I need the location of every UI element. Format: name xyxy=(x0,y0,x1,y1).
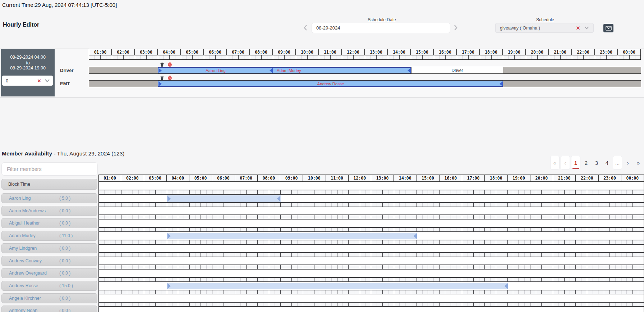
member-item[interactable]: Anthony Noah( 0:0 ) xyxy=(1,306,97,312)
tick-row xyxy=(98,290,644,294)
member-name: Block Time xyxy=(8,182,30,187)
hour-label: 02:00 xyxy=(121,175,144,182)
member-item[interactable]: Angela Kirchner( 0:0 ) xyxy=(1,293,97,303)
page-title: Hourly Editor xyxy=(3,22,39,28)
member-hours: ( 0:0 ) xyxy=(59,246,70,251)
availability-start-marker-icon xyxy=(167,283,171,289)
trash-icon[interactable] xyxy=(160,76,164,80)
blocked-segment xyxy=(503,81,641,87)
blocked-segment xyxy=(503,67,641,73)
member-item[interactable]: Amy Lindgren( 0:0 ) xyxy=(1,243,97,253)
hour-label: 06:00 xyxy=(204,49,227,55)
availability-title-date: Thu, August 29, 2024 (123) xyxy=(56,150,125,157)
member-name: Andrew Overgaard xyxy=(9,271,47,276)
member-item[interactable]: Andrew Rosse( 15:0 ) xyxy=(1,281,97,291)
hour-label: 09:00 xyxy=(273,49,296,55)
hour-label: 18:00 xyxy=(485,175,507,182)
schedule-select[interactable]: giveaway ( Omaha ) × xyxy=(495,23,594,33)
hourly-editor-section: 08-29-2024 04:00 to 08-29-2024 19:00 0 ×… xyxy=(0,49,644,98)
shift-segment[interactable]: Adam Murley xyxy=(273,67,411,73)
availability-row xyxy=(98,182,644,190)
shift-member-name: Adam Murley xyxy=(273,68,411,73)
hour-label: 23:00 xyxy=(595,49,618,55)
availability-start-marker-icon xyxy=(167,233,171,239)
prev-date-button[interactable] xyxy=(302,24,309,32)
tick-row xyxy=(98,215,644,219)
member-hours: ( 5:0 ) xyxy=(59,196,70,201)
hour-label: 11:00 xyxy=(319,49,342,55)
chevron-down-icon[interactable] xyxy=(584,26,589,30)
quarter-tick-strip xyxy=(89,55,641,60)
mail-button[interactable] xyxy=(603,24,613,32)
next-date-button[interactable] xyxy=(452,24,459,32)
segment-actions xyxy=(160,76,172,80)
member-item[interactable]: Aaron McAndrews( 0:0 ) xyxy=(1,206,97,216)
hour-label: 23:00 xyxy=(599,175,621,182)
hourly-editor-page: { "page": { "current_time": "Current Tim… xyxy=(0,0,644,312)
page-button-‹[interactable]: ‹ xyxy=(561,156,570,169)
member-item[interactable]: Andrew Conway( 0:0 ) xyxy=(1,256,97,266)
availability-hour-ruler: 01:0002:0003:0004:0005:0006:0007:0008:00… xyxy=(98,175,644,182)
hour-label: 13:00 xyxy=(365,49,388,55)
hour-label: 22:00 xyxy=(576,175,598,182)
member-item[interactable]: Abigail Heather( 0:0 ) xyxy=(1,218,97,228)
member-hours: ( 0:0 ) xyxy=(59,258,70,263)
tick-row xyxy=(98,253,644,257)
member-name: Adam Murley xyxy=(9,233,36,238)
row-label-emt: EMT xyxy=(60,81,70,86)
availability-row xyxy=(98,307,644,312)
schedule-date-input[interactable] xyxy=(312,23,450,33)
availability-start-marker-icon xyxy=(167,196,171,202)
hour-label: 09:00 xyxy=(280,175,303,182)
segment-end-marker-icon[interactable] xyxy=(500,81,503,86)
segment-end-marker-icon[interactable] xyxy=(408,68,411,73)
page-button-«[interactable]: « xyxy=(551,156,559,169)
filter-members-input[interactable] xyxy=(1,162,98,176)
member-hours: ( 15:0 ) xyxy=(59,283,73,288)
page-button-4[interactable]: 4 xyxy=(603,156,611,169)
clock-badge-icon[interactable] xyxy=(167,62,172,67)
member-name: Amy Lindgren xyxy=(9,246,37,251)
member-item[interactable]: Aaron Ling( 5:0 ) xyxy=(1,193,97,203)
availability-bar[interactable] xyxy=(167,283,508,289)
hour-label: 08:00 xyxy=(250,49,273,55)
clear-schedule-icon[interactable]: × xyxy=(576,24,580,31)
hour-label: 05:00 xyxy=(181,49,204,55)
availability-bar[interactable] xyxy=(167,233,417,239)
pagination: «‹1234...›» xyxy=(551,156,643,169)
availability-title: Member Availabilty - Thu, August 29, 202… xyxy=(2,150,124,157)
range-end-text: 08-29-2024 19:00 xyxy=(1,65,55,71)
page-button-3[interactable]: 3 xyxy=(592,156,601,169)
segment-end-marker-icon[interactable] xyxy=(270,68,273,73)
page-button-›[interactable]: › xyxy=(624,156,632,169)
block-time-item[interactable]: Block Time xyxy=(1,179,97,190)
clock-badge-icon[interactable] xyxy=(167,76,172,80)
hour-label: 05:00 xyxy=(189,175,212,182)
availability-title-bold: Member Availabilty - xyxy=(2,150,56,157)
member-hours: ( 0:0 ) xyxy=(59,221,70,226)
page-button-...[interactable]: ... xyxy=(613,156,622,169)
hour-label: 14:00 xyxy=(388,49,411,55)
page-button-»[interactable]: » xyxy=(634,156,643,169)
chevron-down-icon[interactable] xyxy=(45,79,50,82)
tick-row xyxy=(98,240,644,244)
tick-row xyxy=(98,190,644,194)
member-item[interactable]: Adam Murley( 11:0 ) xyxy=(1,231,97,241)
clear-count-icon[interactable]: × xyxy=(37,78,41,84)
shift-segment[interactable]: Aaron Ling xyxy=(158,67,273,73)
range-count-select[interactable]: 0 × xyxy=(2,76,53,86)
page-button-2[interactable]: 2 xyxy=(582,156,590,169)
member-hours: ( 0:0 ) xyxy=(59,271,70,276)
member-name: Andrew Rosse xyxy=(9,283,38,288)
availability-row xyxy=(98,194,644,203)
member-item[interactable]: Andrew Overgaard( 0:0 ) xyxy=(1,268,97,278)
shift-segment[interactable]: Andrew Rosse xyxy=(158,81,503,87)
hour-label: 15:00 xyxy=(411,49,434,55)
availability-bar[interactable] xyxy=(167,195,281,202)
shift-member-name: Andrew Rosse xyxy=(158,81,503,86)
trash-icon[interactable] xyxy=(160,62,164,67)
hour-label: 13:00 xyxy=(371,175,394,182)
member-hours: ( 0:0 ) xyxy=(59,208,70,213)
open-shift-segment[interactable]: Driver xyxy=(411,67,503,73)
page-button-1[interactable]: 1 xyxy=(571,156,580,169)
